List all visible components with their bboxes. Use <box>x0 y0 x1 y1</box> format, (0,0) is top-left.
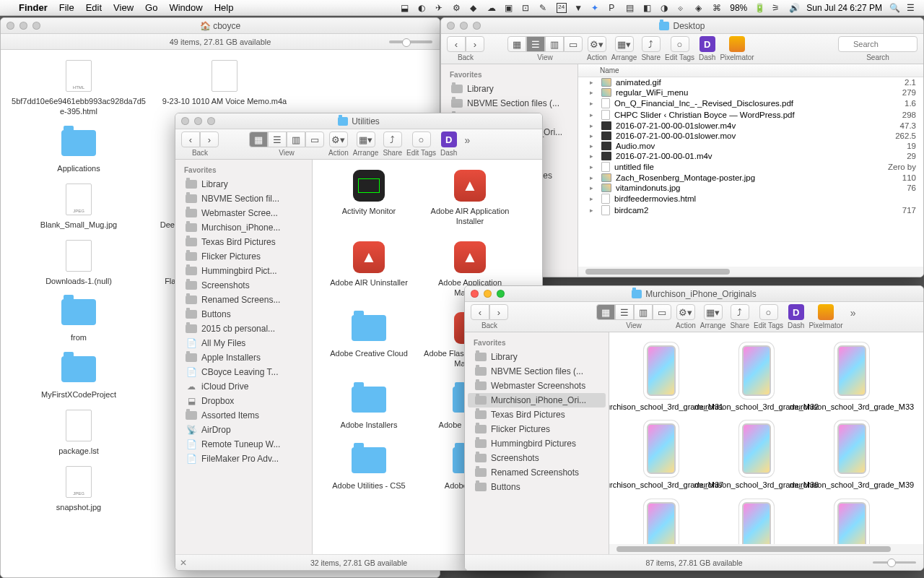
close-button[interactable] <box>471 290 479 298</box>
list-row[interactable]: ▸2016-07-21-00-00-01slower.m4v47.3 <box>578 121 923 131</box>
file-item[interactable]: Applications <box>6 123 151 176</box>
file-item[interactable]: 9-23-10 1010 AM Voice Memo.m4a <box>152 56 297 120</box>
list-row[interactable]: ▸Zach_Rosenberg_Montage-poster.jpg110 <box>578 173 923 183</box>
disclosure-icon[interactable]: ▸ <box>590 195 597 202</box>
sidebar-item[interactable]: Texas Bird Pictures <box>465 407 609 422</box>
disclosure-icon[interactable]: ▸ <box>590 174 597 181</box>
menu-extra-icon[interactable]: ▤ <box>626 3 636 13</box>
titlebar[interactable]: Murchison_iPhone_Originals <box>465 286 923 302</box>
list-row[interactable]: ▸Audio.mov19 <box>578 141 923 151</box>
arrange-button[interactable]: ▦▾ <box>704 304 723 320</box>
menu-help[interactable]: Help <box>214 2 234 13</box>
back-button[interactable]: ‹ <box>181 131 200 147</box>
thumbnail-item[interactable]: murchison_school_3rd_grade_M38 <box>712 418 801 490</box>
thumbnail-item[interactable]: murchison_school_3rd_grade_M33 <box>807 340 897 412</box>
menu-extra-icon[interactable]: ◆ <box>470 3 480 13</box>
app-item[interactable]: ▲Adobe AIR Application Installer <box>419 165 520 230</box>
tags-button[interactable]: ○ <box>671 36 689 52</box>
notification-center-icon[interactable]: ☰ <box>907 3 917 13</box>
dash-icon[interactable]: D <box>699 36 715 52</box>
menu-extra-icon[interactable]: ◈ <box>695 3 705 13</box>
app-item[interactable]: Adobe Installers <box>318 379 419 433</box>
view-coverflow-button[interactable]: ▭ <box>564 36 583 52</box>
spotlight-icon[interactable]: 🔍 <box>889 3 899 13</box>
menu-extra-icon[interactable]: ✦ <box>591 3 601 13</box>
action-button[interactable]: ⚙▾ <box>676 304 695 320</box>
view-coverflow-button[interactable]: ▭ <box>653 304 671 320</box>
disclosure-icon[interactable]: ▸ <box>590 122 597 129</box>
back-button[interactable]: ‹ <box>471 304 489 320</box>
share-button[interactable]: ⤴ <box>731 304 749 320</box>
list-row[interactable]: ▸birdfeedermovies.html <box>578 193 923 204</box>
dash-icon[interactable]: D <box>441 131 457 147</box>
datetime[interactable]: Sun Jul 24 6:27 PM <box>806 3 882 13</box>
disclosure-icon[interactable]: ▸ <box>590 79 597 86</box>
thumbnail-item[interactable]: murchison_school_3rd_grade_M37 <box>616 418 706 490</box>
sidebar-item[interactable]: Apple Installers <box>175 350 312 365</box>
titlebar[interactable]: Utilities <box>175 113 542 129</box>
view-column-button[interactable]: ▥ <box>634 304 653 320</box>
menu-extra-icon[interactable]: ◧ <box>643 3 653 13</box>
sidebar-item[interactable]: Assorted Items <box>175 408 312 423</box>
file-item[interactable]: package.lst <box>6 405 151 459</box>
file-item[interactable]: snapshot.jpg <box>6 462 151 515</box>
arrange-button[interactable]: ▦▾ <box>357 131 375 147</box>
sidebar-item[interactable]: ⬓Dropbox <box>175 394 312 408</box>
forward-button[interactable]: › <box>489 304 508 320</box>
sidebar-item[interactable]: Murchison_iPhone_Ori... <box>468 393 606 407</box>
menu-edit[interactable]: Edit <box>86 2 102 13</box>
close-button[interactable] <box>447 22 455 30</box>
menu-extra-icon[interactable]: ▣ <box>505 3 515 13</box>
list-row[interactable]: ▸regular_WiFi_menu279 <box>578 87 923 98</box>
wifi-icon[interactable]: ⚞ <box>772 3 782 13</box>
disclosure-icon[interactable]: ▸ <box>590 89 597 96</box>
list-row[interactable]: ▸On_Q_Financial_Inc_-_Revised_Disclosure… <box>578 98 923 109</box>
list-row[interactable]: ▸2016-07-21-00-00-01slower.mov262.5 <box>578 131 923 141</box>
disclosure-icon[interactable]: ▸ <box>590 100 597 107</box>
sidebar-item[interactable]: Renamed Screens... <box>175 293 312 307</box>
sidebar-item[interactable]: 2015 cb personal... <box>175 322 312 336</box>
sidebar-item[interactable]: Texas Bird Pictures <box>175 235 312 249</box>
view-column-button[interactable]: ▥ <box>545 36 564 52</box>
zoom-button[interactable] <box>473 22 481 30</box>
disclosure-icon[interactable]: ▸ <box>590 207 597 214</box>
sidebar-item[interactable]: Webmaster Scree... <box>175 206 312 220</box>
list-row[interactable]: ▸CHPC Slider ‹ Christian Boyce — WordPre… <box>578 109 923 121</box>
close-button[interactable] <box>6 22 14 30</box>
view-icon-button[interactable]: ▦ <box>249 131 268 147</box>
sidebar-item[interactable]: Murchison_iPhone... <box>175 220 312 235</box>
sidebar-item[interactable]: NBVME Section files (... <box>441 96 578 111</box>
icon-size-slider[interactable] <box>389 40 432 43</box>
thumbnail-item[interactable]: murchison_school_3rd_grade_M31 <box>616 340 706 412</box>
sidebar-item[interactable]: Library <box>175 177 312 191</box>
menu-extra-icon[interactable]: ⟐ <box>678 3 688 13</box>
back-button[interactable]: ‹ <box>447 36 466 52</box>
zoom-button[interactable] <box>207 117 215 125</box>
view-coverflow-button[interactable]: ▭ <box>305 131 324 147</box>
sidebar-item[interactable]: Buttons <box>465 480 609 494</box>
view-column-button[interactable]: ▥ <box>287 131 305 147</box>
column-header[interactable]: Name <box>578 64 923 77</box>
zoom-button[interactable] <box>497 290 505 298</box>
sidebar-item[interactable]: 📄All My Files <box>175 336 312 350</box>
battery-percentage[interactable]: 98% <box>730 3 747 13</box>
menu-extra-icon[interactable]: ✈ <box>435 3 445 13</box>
sidebar-item[interactable]: Renamed Screenshots <box>465 465 609 480</box>
disclosure-icon[interactable]: ▸ <box>590 111 597 118</box>
file-item[interactable]: from <box>6 292 151 345</box>
arrange-button[interactable]: ▦▾ <box>615 36 634 52</box>
sidebar-item[interactable]: 📄FileMaker Pro Adv... <box>175 452 312 466</box>
view-list-button[interactable]: ☰ <box>526 36 545 52</box>
sidebar-item[interactable]: Flicker Pictures <box>175 249 312 264</box>
disclosure-icon[interactable]: ▸ <box>590 152 597 160</box>
disclosure-icon[interactable]: ▸ <box>590 132 597 139</box>
app-name[interactable]: Finder <box>19 2 48 13</box>
tags-button[interactable]: ○ <box>412 131 431 147</box>
disclosure-icon[interactable]: ▸ <box>590 163 597 171</box>
menu-extra-icon[interactable]: ▼ <box>574 3 584 13</box>
icon-size-slider[interactable] <box>873 561 916 564</box>
titlebar[interactable]: 🏠 cboyce <box>1 18 440 34</box>
list-row[interactable]: ▸animated.gif2.1 <box>578 77 923 87</box>
pixelmator-icon[interactable] <box>818 304 834 320</box>
menu-extra-icon[interactable]: ⚙ <box>453 3 463 13</box>
